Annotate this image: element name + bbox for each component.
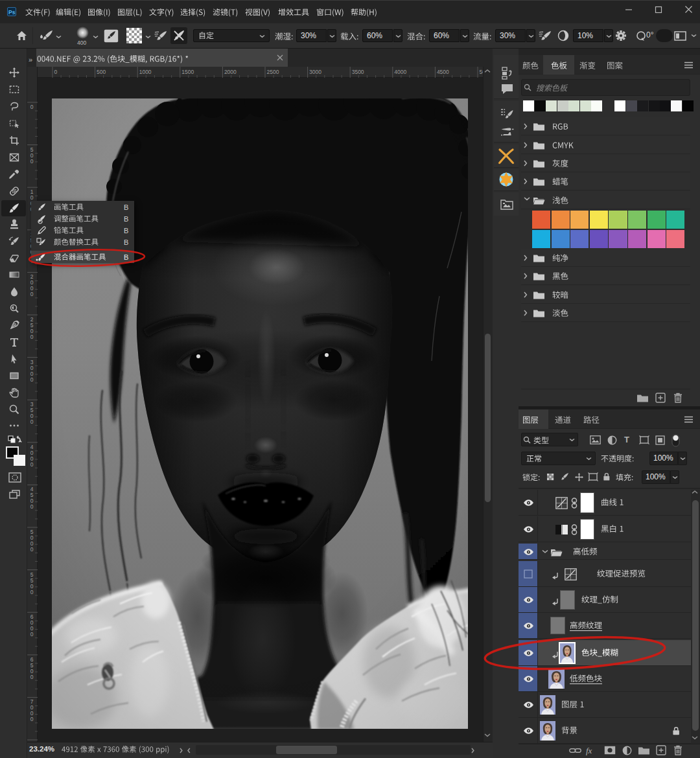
svg-text:1500: 1500 [181,69,194,75]
svg-text:4000: 4000 [394,69,406,75]
svg-text:0: 0 [30,674,34,680]
svg-text:4500: 4500 [437,69,449,75]
svg-text:0: 0 [30,503,34,510]
svg-text:0: 0 [30,716,34,722]
svg-text:0: 0 [30,334,34,340]
svg-text:0: 0 [30,546,34,553]
svg-text:0: 0 [30,158,34,165]
svg-text:0: 0 [30,631,34,637]
svg-text:500: 500 [97,69,106,75]
svg-text:2500: 2500 [267,69,279,75]
svg-text:0: 0 [30,376,34,383]
svg-text:2000: 2000 [224,69,237,75]
svg-text:3000: 3000 [309,69,321,75]
svg-text:0: 0 [30,461,34,468]
svg-text:0: 0 [30,419,34,425]
svg-text:0: 0 [30,589,34,595]
svg-text:fx: fx [586,746,592,755]
svg-text:3500: 3500 [352,69,364,75]
svg-text:0: 0 [30,291,34,297]
svg-text:0: 0 [30,104,34,110]
svg-text:0: 0 [54,69,58,75]
svg-text:1000: 1000 [139,69,152,75]
